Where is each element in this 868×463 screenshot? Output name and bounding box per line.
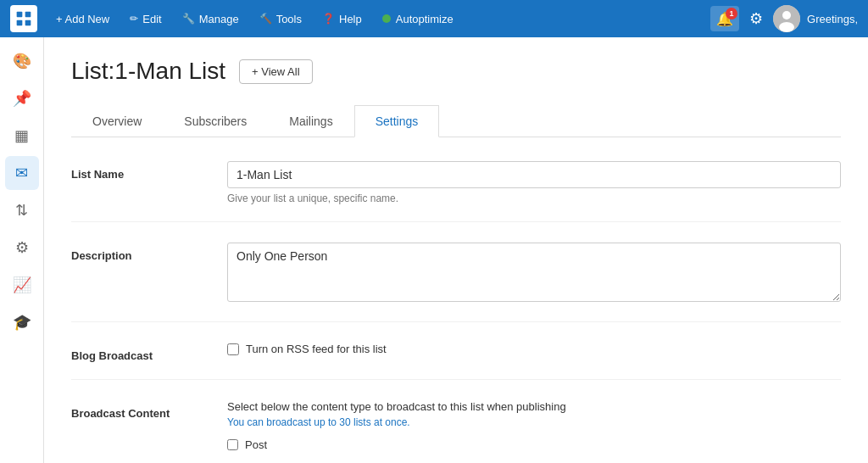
add-new-nav[interactable]: + Add New [47, 8, 118, 30]
sidebar-item-theme[interactable]: 🎨 [5, 44, 39, 78]
list-name-input[interactable] [227, 161, 841, 188]
description-control [227, 243, 841, 304]
greetings-text: Greetings, [807, 13, 858, 25]
settings-form: List Name Give your list a unique, speci… [71, 161, 841, 463]
rss-checkbox[interactable] [227, 343, 239, 355]
sidebar-item-mail[interactable]: ✉ [5, 156, 39, 190]
post-checkbox-row: Post [227, 438, 841, 451]
broadcast-content-control: Select below the content type to broadca… [227, 400, 841, 451]
sidebar-item-sync[interactable]: ⇅ [5, 193, 39, 227]
tab-bar: Overview Subscribers Mailings Settings [71, 105, 841, 137]
logo[interactable] [10, 5, 37, 32]
autoptimize-status-dot [382, 14, 391, 23]
post-label: Post [245, 438, 267, 451]
edit-nav[interactable]: ✏ Edit [121, 8, 170, 30]
avatar[interactable] [773, 5, 800, 32]
list-name-row: List Name Give your list a unique, speci… [71, 161, 841, 222]
broadcast-content-row: Broadcast Content Select below the conte… [71, 400, 841, 463]
tab-overview[interactable]: Overview [71, 105, 163, 137]
svg-rect-0 [17, 12, 23, 18]
sidebar-item-pin[interactable]: 📌 [5, 81, 39, 115]
description-label: Description [71, 243, 207, 262]
tab-settings[interactable]: Settings [354, 105, 440, 137]
page-title: List:1-Man List [71, 58, 225, 85]
svg-rect-3 [25, 20, 31, 26]
main-content: List:1-Man List + View All Overview Subs… [44, 37, 868, 463]
blog-broadcast-control: Turn on RSS feed for this list [227, 343, 841, 355]
help-nav[interactable]: ❓ Help [314, 8, 370, 30]
settings-button[interactable]: ⚙ [746, 6, 766, 31]
tools-nav[interactable]: 🔨 Tools [251, 8, 310, 30]
sidebar-item-graduation[interactable]: 🎓 [5, 305, 39, 339]
manage-nav[interactable]: 🔧 Manage [174, 8, 248, 30]
rss-checkbox-label: Turn on RSS feed for this list [246, 343, 387, 355]
tab-subscribers[interactable]: Subscribers [163, 105, 268, 137]
list-name-hint: Give your list a unique, specific name. [227, 192, 841, 204]
notification-badge: 1 [726, 8, 737, 20]
top-nav: + Add New ✏ Edit 🔧 Manage 🔨 Tools ❓ Help… [0, 0, 868, 37]
svg-rect-1 [25, 12, 31, 18]
view-all-button[interactable]: + View All [239, 59, 313, 84]
nav-right: 🔔 1 ⚙ Greetings, [710, 5, 858, 32]
page-header: List:1-Man List + View All [71, 58, 841, 85]
svg-rect-2 [17, 20, 23, 26]
rss-checkbox-row: Turn on RSS feed for this list [227, 343, 841, 355]
svg-point-6 [779, 22, 794, 32]
tab-mailings[interactable]: Mailings [268, 105, 353, 137]
broadcast-sub-note: You can broadcast up to 30 lists at once… [227, 416, 841, 428]
blog-broadcast-label: Blog Broadcast [71, 343, 207, 362]
broadcast-description: Select below the content type to broadca… [227, 400, 841, 413]
notifications-button[interactable]: 🔔 1 [710, 6, 739, 31]
sidebar-item-grid[interactable]: ▦ [5, 119, 39, 153]
list-name-label: List Name [71, 161, 207, 181]
svg-point-5 [782, 11, 791, 20]
autoptimize-nav[interactable]: Autoptimize [374, 8, 462, 30]
sidebar: 🎨 📌 ▦ ✉ ⇅ ⚙ 📈 🎓 [0, 37, 44, 463]
post-checkbox[interactable] [227, 439, 238, 450]
sidebar-item-chart[interactable]: 📈 [5, 268, 39, 302]
description-textarea[interactable] [227, 243, 841, 302]
list-name-control: Give your list a unique, specific name. [227, 161, 841, 204]
sidebar-item-settings[interactable]: ⚙ [5, 231, 39, 265]
blog-broadcast-row: Blog Broadcast Turn on RSS feed for this… [71, 343, 841, 380]
broadcast-content-label: Broadcast Content [71, 400, 207, 420]
description-row: Description [71, 243, 841, 322]
